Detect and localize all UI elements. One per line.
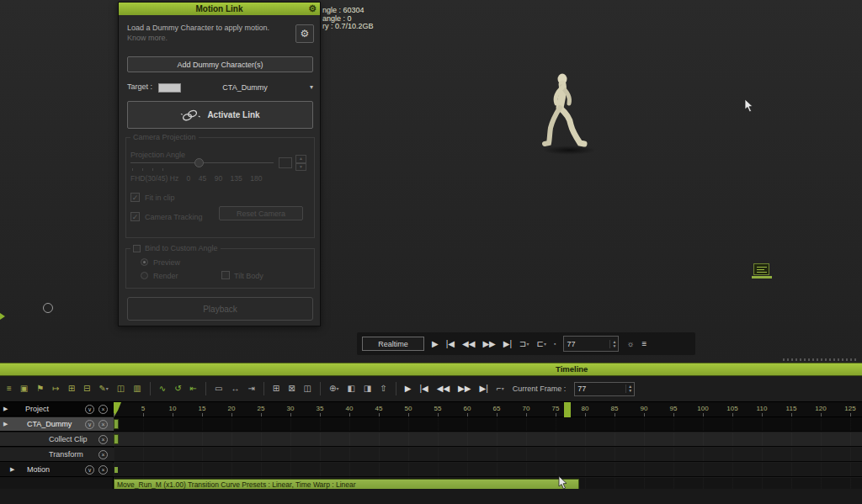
preview-radio[interactable]: [141, 258, 148, 266]
know-more-link[interactable]: Know more.: [127, 34, 168, 42]
dock-grip[interactable]: [783, 358, 857, 361]
target-dropdown[interactable]: CTA_Dummy: [186, 83, 304, 92]
track-row-cta-dummy[interactable]: ▶ CTA_Dummy ∨ ×: [0, 417, 114, 432]
remove-track-icon[interactable]: ⊟: [83, 381, 90, 396]
exclude-circle-icon[interactable]: ×: [98, 420, 108, 429]
frame-input[interactable]: ▲▼: [563, 336, 619, 352]
transform-track-lane[interactable]: [114, 463, 862, 477]
add-track-icon[interactable]: ⊞: [68, 381, 75, 396]
trim-range-icon[interactable]: ⇥: [247, 381, 254, 396]
render-radio[interactable]: [141, 272, 148, 279]
fit-in-clip-checkbox[interactable]: ✓: [130, 193, 140, 202]
prev-frame-button[interactable]: ◀◀: [437, 381, 450, 396]
next-frame-button[interactable]: ▶▶: [458, 381, 471, 396]
expand-arrow-icon[interactable]: ▶: [10, 463, 14, 476]
add-dummy-button[interactable]: Add Dummy Character(s): [127, 56, 313, 72]
exclude-circle-icon[interactable]: ×: [98, 435, 108, 444]
exclude-circle-icon[interactable]: ×: [98, 405, 108, 414]
align-first-icon[interactable]: ⇤: [190, 381, 197, 396]
project-track-lane[interactable]: [114, 417, 862, 432]
loop-mode-icon[interactable]: ⊐▾: [519, 337, 529, 352]
expand-arrow-icon[interactable]: ▶: [3, 417, 8, 431]
dropdown-arrow-icon[interactable]: ▾: [544, 341, 546, 346]
move-clip-icon[interactable]: ↦: [52, 381, 59, 396]
pen-icon[interactable]: ✎▾: [98, 381, 108, 396]
export-clip-icon[interactable]: ⇧: [380, 381, 386, 396]
dropdown-arrow-icon[interactable]: ▾: [502, 386, 504, 391]
angle-stepper[interactable]: ▲▼: [295, 155, 306, 171]
playback-button[interactable]: Playback: [127, 297, 313, 321]
keyframe-marker[interactable]: [114, 467, 118, 473]
collapse-circle-icon[interactable]: ∨: [85, 420, 94, 429]
prev-key-icon[interactable]: ◧: [347, 381, 354, 396]
clip-stub[interactable]: [114, 434, 119, 444]
first-frame-button[interactable]: |◀: [446, 337, 455, 351]
sample-clip-icon[interactable]: ▥: [133, 381, 141, 396]
last-frame-button[interactable]: ▶|: [503, 337, 512, 351]
break-link-icon[interactable]: ⌐▾: [497, 381, 504, 396]
dropdown-arrow-icon[interactable]: ▾: [526, 341, 529, 346]
select-clip-icon[interactable]: ▣: [20, 381, 28, 396]
insert-frame-icon[interactable]: ⊞: [273, 381, 279, 396]
clip-stub[interactable]: [114, 419, 119, 429]
play-button[interactable]: ▶: [405, 381, 412, 396]
collect-clip-track-lane[interactable]: [114, 448, 862, 462]
stepper-arrows[interactable]: ▲▼: [625, 385, 634, 393]
track-list-icon[interactable]: ≡: [7, 381, 12, 396]
first-frame-button[interactable]: |◀: [419, 381, 428, 396]
next-key-icon[interactable]: ◨: [364, 381, 371, 396]
camera-tracking-checkbox[interactable]: ✓: [130, 212, 140, 221]
next-frame-button[interactable]: ▶▶: [482, 337, 495, 351]
chevron-down-icon[interactable]: ▾: [310, 83, 313, 91]
dropdown-arrow-icon[interactable]: ▾: [106, 386, 109, 391]
break-clip-icon[interactable]: ◫: [117, 381, 125, 396]
panel-settings-icon[interactable]: ⚙: [308, 3, 317, 14]
range-start-flag[interactable]: [114, 402, 121, 417]
activate-link-button[interactable]: Activate Link: [127, 101, 313, 129]
menu-icon[interactable]: ≡: [642, 337, 647, 351]
track-row-motion[interactable]: ▶ Motion ∨ ×: [0, 463, 114, 477]
track-row-transform[interactable]: Transform ×: [0, 448, 114, 462]
track-row-collect-clip[interactable]: Collect Clip ×: [0, 432, 114, 447]
slider-handle[interactable]: [194, 158, 204, 167]
dummy-character[interactable]: [530, 69, 598, 162]
tilt-body-checkbox[interactable]: [221, 271, 230, 279]
reset-camera-button[interactable]: Reset Camera: [219, 206, 303, 220]
prev-frame-button[interactable]: ◀◀: [462, 337, 475, 351]
exclude-circle-icon[interactable]: ×: [98, 450, 108, 459]
angle-value-box[interactable]: [279, 157, 292, 168]
stepper-arrows[interactable]: ▲▼: [609, 340, 618, 348]
render-settings-icon[interactable]: ☼: [626, 337, 634, 351]
loop-icon[interactable]: ↺: [174, 381, 181, 396]
timeline-title-bar[interactable]: Timeline: [0, 363, 862, 376]
playhead-marker[interactable]: [564, 402, 571, 417]
fit-range-icon[interactable]: ↔: [231, 381, 239, 396]
dropdown-arrow-icon[interactable]: ▾: [336, 386, 338, 391]
flag-icon[interactable]: ⚑: [36, 381, 44, 396]
bind-custom-angle-checkbox[interactable]: [133, 245, 141, 252]
current-frame-input[interactable]: ▲▼: [574, 382, 635, 396]
timeline-ruler[interactable]: 5101520253035404550556065707580859095100…: [114, 402, 862, 417]
delete-frame-icon[interactable]: ⊠: [288, 381, 295, 396]
curve-editor-icon[interactable]: ∿: [159, 381, 166, 396]
expand-arrow-icon[interactable]: ▶: [3, 402, 8, 416]
current-frame-input[interactable]: [575, 385, 625, 393]
dummy-settings-button[interactable]: ⚙: [295, 24, 314, 43]
collapse-circle-icon[interactable]: ∨: [85, 405, 94, 414]
play-button[interactable]: ▶: [432, 337, 439, 351]
caption-display-icon[interactable]: [752, 263, 772, 280]
realtime-button[interactable]: Realtime: [362, 337, 424, 351]
playback-range-icon[interactable]: ▭: [215, 381, 222, 396]
collapse-circle-icon[interactable]: ∨: [85, 465, 94, 475]
dot-icon[interactable]: ▪: [554, 337, 556, 351]
marker-icon[interactable]: ⊏▾: [536, 337, 545, 352]
frame-input[interactable]: [564, 340, 609, 348]
panel-title-bar[interactable]: Motion Link ⚙: [119, 3, 320, 15]
zoom-icon[interactable]: ⊕▾: [329, 381, 338, 396]
split-frame-icon[interactable]: ◫: [304, 381, 311, 396]
last-frame-button[interactable]: ▶|: [479, 381, 487, 396]
cta-dummy-track-lane[interactable]: [114, 432, 862, 447]
target-color-swatch[interactable]: [158, 83, 181, 93]
track-row-project[interactable]: ▶ Project ∨ ×: [0, 402, 114, 416]
exclude-circle-icon[interactable]: ×: [98, 465, 108, 475]
